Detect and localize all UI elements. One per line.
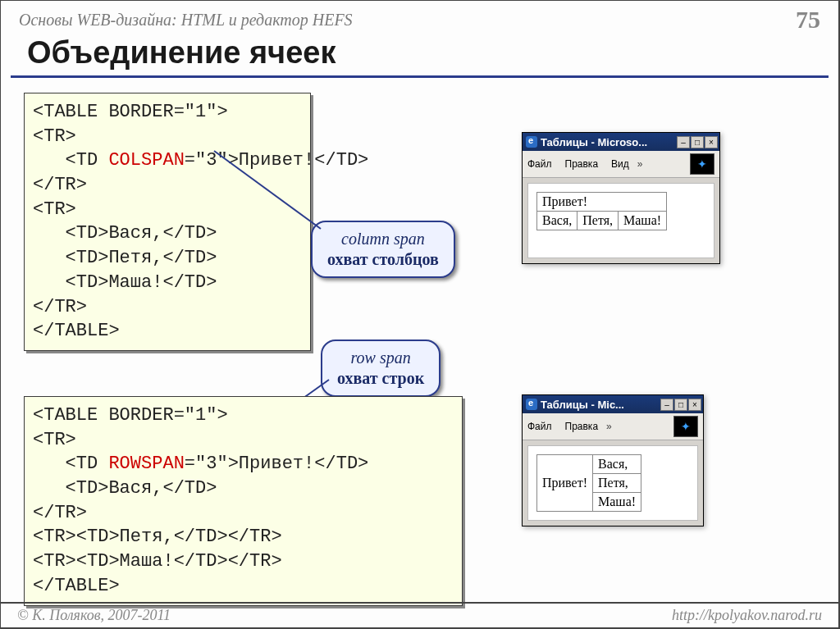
copyright: © К. Поляков, 2007-2011	[17, 607, 171, 624]
close-icon[interactable]: ×	[688, 399, 701, 411]
minimize-icon[interactable]: –	[677, 136, 690, 148]
footer: © К. Поляков, 2007-2011 http://kpolyakov…	[1, 602, 838, 627]
slide-title: Объединение ячеек	[1, 34, 838, 74]
window-title: Таблицы - Mic...	[541, 399, 624, 411]
title-rule	[11, 75, 829, 78]
keyword-rowspan: ROWSPAN	[108, 454, 184, 474]
maximize-icon[interactable]: □	[691, 136, 704, 148]
browser-viewport: Привет! Вася, Петя, Маша!	[527, 183, 714, 258]
menu-edit[interactable]: Правка	[565, 158, 599, 170]
menu-edit[interactable]: Правка	[565, 421, 599, 432]
browser-viewport: Привет!Вася, Петя, Маша!	[527, 445, 698, 521]
window-titlebar: Таблицы - Microso... – □ ×	[523, 133, 719, 151]
code-block-rowspan: <TABLE BORDER="1"> <TR> <TD ROWSPAN="3">…	[24, 396, 463, 606]
ie-icon	[526, 136, 537, 148]
course-title: Основы WEB-дизайна: HTML и редактор HEFS	[19, 11, 353, 30]
maximize-icon[interactable]: □	[674, 399, 687, 411]
close-icon[interactable]: ×	[705, 136, 718, 148]
window-titlebar: Таблицы - Mic... – □ ×	[523, 395, 703, 413]
pointer-line	[206, 147, 337, 237]
example-table-rowspan: Привет!Вася, Петя, Маша!	[536, 454, 641, 512]
browser-logo-icon: ✦	[673, 416, 698, 437]
example-table-colspan: Привет! Вася, Петя, Маша!	[536, 192, 667, 230]
browser-menubar: Файл Правка » ✦	[523, 413, 703, 440]
menu-file[interactable]: Файл	[527, 421, 552, 432]
browser-logo-icon: ✦	[690, 153, 714, 175]
browser-preview-colspan: Таблицы - Microso... – □ × Файл Правка В…	[522, 132, 720, 264]
header: Основы WEB-дизайна: HTML и редактор HEFS…	[1, 1, 838, 34]
chevron-right-icon[interactable]: »	[606, 421, 612, 432]
slide-page: Основы WEB-дизайна: HTML и редактор HEFS…	[0, 0, 840, 629]
window-title: Таблицы - Microso...	[541, 136, 647, 148]
menu-file[interactable]: Файл	[527, 158, 552, 170]
ie-icon	[526, 399, 537, 410]
chevron-right-icon[interactable]: »	[637, 158, 643, 170]
footer-url: http://kpolyakov.narod.ru	[672, 607, 822, 624]
menu-view[interactable]: Вид	[611, 158, 629, 170]
minimize-icon[interactable]: –	[660, 399, 673, 411]
browser-preview-rowspan: Таблицы - Mic... – □ × Файл Правка » ✦ П…	[522, 394, 704, 526]
browser-menubar: Файл Правка Вид » ✦	[523, 151, 719, 178]
page-number: 75	[796, 6, 820, 34]
keyword-colspan: COLSPAN	[108, 150, 184, 171]
